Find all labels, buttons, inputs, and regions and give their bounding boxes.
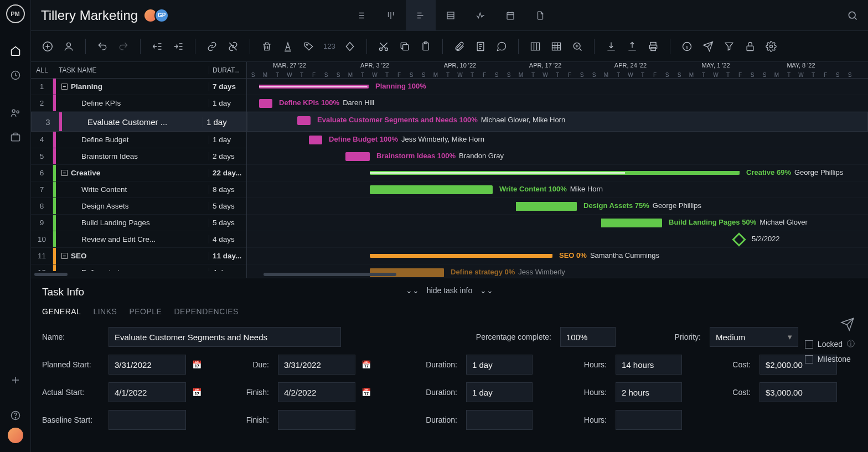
gantt-row[interactable]: SEO 0%Samantha Cummings — [247, 248, 868, 264]
view-list-icon[interactable] — [346, 0, 376, 31]
hours-input[interactable]: 14 hours — [616, 355, 682, 375]
view-calendar-icon[interactable] — [495, 0, 525, 31]
task-row[interactable]: 6−Creative22 day... — [31, 165, 246, 181]
gantt-bar[interactable] — [259, 85, 369, 89]
grid-icon[interactable] — [550, 40, 563, 53]
grid-scrollbar[interactable] — [31, 271, 246, 278]
task-row[interactable]: 12Define strategy4 days — [31, 264, 246, 271]
delete-icon[interactable] — [260, 40, 273, 53]
assign-icon[interactable] — [62, 40, 75, 53]
info-icon[interactable] — [680, 40, 694, 53]
task-row[interactable]: 3Evaluate Customer ...1 day — [31, 112, 246, 132]
attachment-icon[interactable] — [453, 40, 466, 53]
settings-icon[interactable] — [764, 40, 778, 53]
task-row[interactable]: 4Define Budget1 day — [31, 132, 246, 148]
baseline-finish-input[interactable] — [278, 410, 355, 430]
chart-scrollbar[interactable] — [247, 271, 868, 278]
app-logo[interactable]: PM — [6, 4, 25, 23]
planned-start-input[interactable]: 3/31/2022 — [108, 355, 186, 375]
col-duration[interactable]: DURAT... — [209, 66, 246, 74]
gantt-bar[interactable] — [345, 152, 370, 161]
gantt-row[interactable]: Design Assets 75%George Phillips — [247, 198, 868, 215]
name-input[interactable]: Evaluate Customer Segments and Needs — [108, 327, 341, 347]
zoom-icon[interactable] — [571, 40, 584, 53]
calendar-icon[interactable]: 📅 — [359, 385, 373, 399]
print-icon[interactable] — [647, 40, 660, 53]
task-row[interactable]: 9Build Landing Pages5 days — [31, 215, 246, 231]
view-workload-icon[interactable] — [466, 0, 495, 31]
milestone-icon[interactable] — [343, 40, 356, 53]
gantt-bar[interactable] — [370, 254, 552, 258]
gantt-bar[interactable] — [601, 219, 662, 227]
nav-team-icon[interactable] — [0, 101, 31, 125]
view-files-icon[interactable] — [525, 0, 555, 31]
gantt-row[interactable]: Write Content 100%Mike Horn — [247, 181, 868, 198]
calendar-icon[interactable]: 📅 — [189, 357, 204, 372]
gantt-bar[interactable] — [297, 116, 311, 125]
user-avatar[interactable] — [8, 428, 23, 443]
tab-links[interactable]: LINKS — [93, 307, 117, 316]
export-icon[interactable] — [626, 40, 639, 53]
gantt-bar[interactable] — [516, 202, 577, 211]
actual-start-input[interactable]: 4/1/2022 — [108, 382, 186, 402]
indent-icon[interactable] — [172, 40, 185, 53]
send-task-icon[interactable] — [840, 317, 855, 331]
locked-checkbox[interactable] — [805, 340, 813, 349]
tab-people[interactable]: PEOPLE — [129, 307, 162, 316]
milestone-checkbox[interactable] — [805, 355, 813, 363]
view-gantt-icon[interactable] — [406, 0, 436, 31]
comment-icon[interactable] — [495, 40, 508, 53]
gantt-row[interactable]: Define Budget 100%Jess Wimberly, Mike Ho… — [247, 132, 868, 148]
redo-icon[interactable] — [117, 40, 130, 53]
add-task-icon[interactable] — [41, 40, 54, 53]
tab-dependencies[interactable]: DEPENDENCIES — [174, 307, 238, 316]
task-row[interactable]: 5Brainstorm Ideas2 days — [31, 148, 246, 165]
nav-add-icon[interactable] — [0, 368, 31, 392]
col-task-name[interactable]: TASK NAME — [53, 66, 209, 74]
outdent-icon[interactable] — [151, 40, 164, 53]
milestone-diamond-icon[interactable] — [732, 232, 746, 246]
copy-icon[interactable] — [398, 40, 411, 53]
gantt-row[interactable]: Evaluate Customer Segments and Needs 100… — [247, 112, 868, 132]
note-icon[interactable] — [474, 40, 487, 53]
priority-select[interactable]: Medium▾ — [710, 327, 798, 347]
tab-general[interactable]: GENERAL — [42, 307, 81, 316]
unlink-icon[interactable] — [226, 40, 240, 53]
gantt-row[interactable]: Brainstorm Ideas 100%Brandon Gray — [247, 148, 868, 165]
gantt-bar[interactable] — [370, 171, 740, 175]
task-row[interactable]: 7Write Content8 days — [31, 181, 246, 198]
calendar-icon[interactable]: 📅 — [189, 385, 204, 399]
task-row[interactable]: 11−SEO11 day... — [31, 248, 246, 264]
task-row[interactable]: 1−Planning7 days — [31, 79, 246, 95]
cost2-input[interactable]: $3,000.00 — [760, 382, 837, 402]
due-input[interactable]: 3/31/2022 — [278, 355, 355, 375]
hours2-input[interactable]: 2 hours — [616, 382, 682, 402]
send-icon[interactable] — [701, 40, 715, 53]
nav-recent-icon[interactable] — [0, 63, 31, 87]
gantt-row[interactable]: Creative 69%George Phillips — [247, 165, 868, 181]
lock-icon[interactable] — [743, 40, 757, 53]
gantt-bar[interactable] — [370, 185, 493, 194]
cut-icon[interactable] — [377, 40, 390, 53]
gantt-bar[interactable] — [309, 136, 322, 144]
nav-portfolio-icon[interactable] — [0, 125, 31, 149]
columns-icon[interactable] — [529, 40, 542, 53]
finish-input[interactable]: 4/2/2022 — [278, 382, 355, 402]
col-all[interactable]: ALL — [31, 66, 53, 74]
link-icon[interactable] — [205, 40, 219, 53]
tag-icon[interactable] — [302, 40, 316, 53]
gantt-row[interactable]: Planning 100% — [247, 79, 868, 95]
duration2-input[interactable]: 1 day — [466, 382, 533, 402]
duration-input[interactable]: 1 day — [466, 355, 533, 375]
task-row[interactable]: 8Design Assets5 days — [31, 198, 246, 215]
search-icon[interactable] — [847, 10, 858, 21]
view-sheet-icon[interactable] — [436, 0, 466, 31]
undo-icon[interactable] — [96, 40, 109, 53]
gantt-row[interactable]: Define KPIs 100%Daren Hill — [247, 95, 868, 112]
filter-icon[interactable] — [722, 40, 736, 53]
calendar-icon[interactable]: 📅 — [359, 357, 373, 372]
pct-input[interactable]: 100% — [560, 327, 616, 347]
text-color-icon[interactable] — [281, 40, 294, 53]
import-icon[interactable] — [604, 40, 618, 53]
task-row[interactable]: 2Define KPIs1 day — [31, 95, 246, 112]
